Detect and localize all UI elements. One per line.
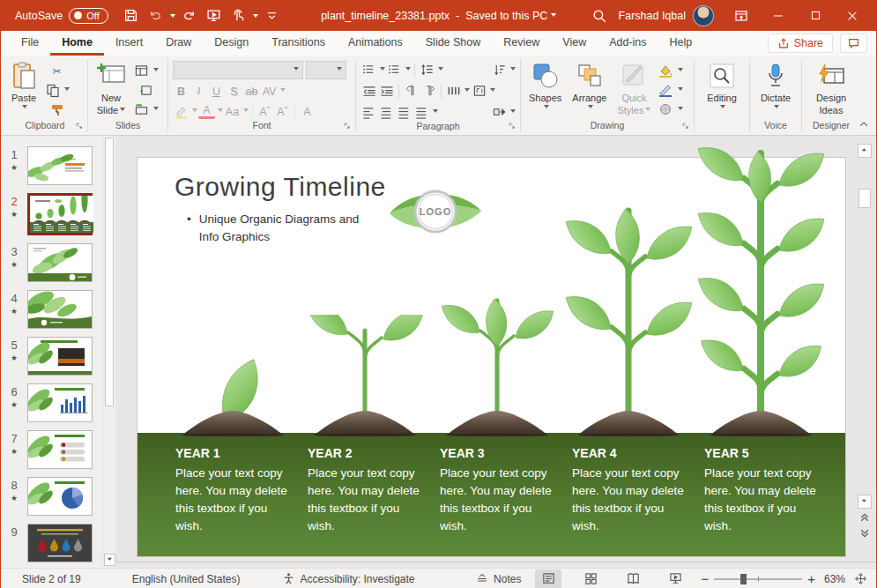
slide-thumbnail-2[interactable]: 2★	[1, 193, 100, 235]
slide-thumbnail-3[interactable]: 3★	[1, 243, 100, 282]
slide-thumbnail-1[interactable]: 1★	[1, 146, 100, 185]
fit-to-window-icon[interactable]	[854, 572, 867, 585]
zoom-level[interactable]: 63%	[824, 573, 845, 585]
shapes-button[interactable]: Shapes	[525, 59, 565, 120]
zoom-slider-thumb[interactable]	[740, 574, 747, 584]
thumbnail-frame[interactable]	[27, 193, 93, 235]
columns-icon[interactable]	[445, 83, 462, 100]
slide-title[interactable]: Growing Timeline	[175, 172, 386, 202]
saved-status[interactable]: Saved to this PC	[465, 10, 547, 22]
start-slideshow-icon[interactable]	[204, 5, 225, 26]
bullets-icon[interactable]	[360, 62, 377, 78]
comments-button[interactable]	[840, 33, 867, 53]
thumbnail-scrollbar-thumb[interactable]	[105, 138, 114, 406]
tab-home[interactable]: Home	[50, 31, 104, 56]
thumbnail-frame[interactable]	[27, 243, 93, 282]
design-ideas-button[interactable]: Design Ideas	[813, 59, 850, 120]
undo-icon[interactable]	[145, 5, 167, 26]
undo-chevron-icon[interactable]	[170, 14, 175, 20]
autosave-toggle[interactable]: Off	[69, 8, 108, 24]
format-painter-icon[interactable]	[44, 101, 70, 118]
zoom-in-button[interactable]: +	[807, 571, 815, 586]
shape-fill-icon[interactable]	[658, 63, 674, 79]
text-shadow-button[interactable]: S	[226, 83, 242, 100]
slide-editor[interactable]: Growing Timeline • Unique Organic Diagra…	[137, 158, 845, 556]
tab-slide-show[interactable]: Slide Show	[414, 31, 493, 56]
year-2-textbox[interactable]: YEAR 2Place your text copy here. You may…	[308, 446, 440, 556]
year-3-textbox[interactable]: YEAR 3Place your text copy here. You may…	[440, 446, 572, 556]
accessibility-status[interactable]: Accessibility: Investigate	[282, 572, 414, 585]
copy-icon[interactable]	[44, 82, 61, 99]
line-spacing-icon[interactable]	[419, 62, 435, 78]
language-status[interactable]: English (United States)	[132, 573, 241, 585]
search-icon[interactable]	[589, 5, 610, 26]
normal-view-icon[interactable]	[535, 569, 561, 588]
close-icon[interactable]	[834, 0, 871, 31]
minimize-icon[interactable]	[760, 0, 797, 31]
saved-status-chevron-icon[interactable]	[551, 13, 556, 19]
thumbnail-frame[interactable]	[27, 477, 93, 516]
justify-icon[interactable]	[413, 104, 430, 121]
grow-font-button[interactable]: Aˆ	[256, 103, 273, 120]
slide-thumbnail-9[interactable]: 9	[1, 524, 100, 562]
slide-sorter-icon[interactable]	[577, 569, 604, 588]
shrink-font-button[interactable]: Aˇ	[274, 103, 291, 120]
decrease-indent-icon[interactable]	[360, 83, 377, 100]
shape-outline-icon[interactable]	[658, 82, 674, 99]
convert-smartart-icon[interactable]	[491, 104, 508, 121]
slide-thumbnail-8[interactable]: 8★	[1, 477, 100, 516]
thumbnail-scroll-down-icon[interactable]	[104, 554, 115, 566]
touch-mode-chevron-icon[interactable]	[253, 14, 258, 20]
highlight-icon[interactable]	[173, 103, 190, 120]
thumbnail-frame[interactable]	[27, 146, 93, 185]
avatar[interactable]	[693, 5, 714, 26]
increase-indent-icon[interactable]	[378, 83, 395, 100]
slide-thumbnail-7[interactable]: 7★	[1, 430, 100, 469]
year-4-textbox[interactable]: YEAR 4Place your text copy here. You may…	[572, 446, 704, 556]
thumbnail-frame[interactable]	[27, 430, 93, 469]
tab-help[interactable]: Help	[658, 31, 704, 56]
tab-add-ins[interactable]: Add-ins	[598, 31, 658, 56]
underline-button[interactable]: U	[208, 83, 225, 100]
thumbnail-scrollbar[interactable]	[102, 136, 115, 568]
slide-thumbnail-6[interactable]: 6★	[1, 383, 100, 422]
dictate-button[interactable]: Dictate	[757, 59, 794, 120]
canvas-scrollbar-thumb[interactable]	[858, 189, 871, 208]
paste-button[interactable]: Paste	[7, 59, 41, 120]
touch-mode-icon[interactable]	[228, 5, 249, 26]
slide-bullet-text[interactable]: • Unique Organic Diagrams and Info Graph…	[187, 211, 363, 245]
drawing-dialog-launcher-icon[interactable]	[682, 123, 691, 131]
rtl-direction-icon[interactable]	[420, 83, 437, 100]
zoom-slider[interactable]	[714, 578, 802, 580]
section-icon[interactable]	[133, 101, 150, 118]
tab-draw[interactable]: Draw	[154, 31, 203, 56]
thumbnail-frame[interactable]	[27, 524, 93, 562]
maximize-icon[interactable]	[797, 0, 834, 31]
slide-thumbnail-4[interactable]: 4★	[1, 290, 100, 329]
autosave-control[interactable]: AutoSave Off	[15, 8, 108, 24]
reset-slide-icon[interactable]	[133, 82, 159, 99]
zoom-out-button[interactable]: −	[701, 571, 709, 586]
share-button[interactable]: Share	[768, 33, 833, 53]
new-slide-button[interactable]: New Slide	[93, 59, 130, 120]
slideshow-view-icon[interactable]	[662, 569, 688, 588]
align-right-icon[interactable]	[396, 104, 412, 121]
change-case-button[interactable]: Aa	[224, 103, 241, 120]
next-slide-icon[interactable]	[858, 526, 872, 540]
shape-effects-icon[interactable]	[658, 101, 674, 118]
align-left-icon[interactable]	[360, 104, 377, 121]
quick-styles-button[interactable]: Quick Styles	[613, 59, 654, 120]
arrange-button[interactable]: Arrange	[569, 59, 610, 120]
sort-icon[interactable]	[491, 62, 508, 78]
font-color-button[interactable]: A	[198, 104, 215, 119]
tab-insert[interactable]: Insert	[104, 31, 154, 56]
slide-layout-icon[interactable]	[133, 63, 150, 79]
redo-icon[interactable]	[179, 5, 200, 26]
font-dialog-launcher-icon[interactable]	[344, 123, 353, 131]
clipboard-dialog-launcher-icon[interactable]	[76, 123, 85, 131]
tab-design[interactable]: Design	[203, 31, 260, 56]
tab-file[interactable]: File	[10, 31, 50, 56]
font-name-select[interactable]	[173, 61, 303, 79]
bold-button[interactable]: B	[173, 83, 190, 100]
collapse-ribbon-icon[interactable]	[858, 119, 869, 130]
